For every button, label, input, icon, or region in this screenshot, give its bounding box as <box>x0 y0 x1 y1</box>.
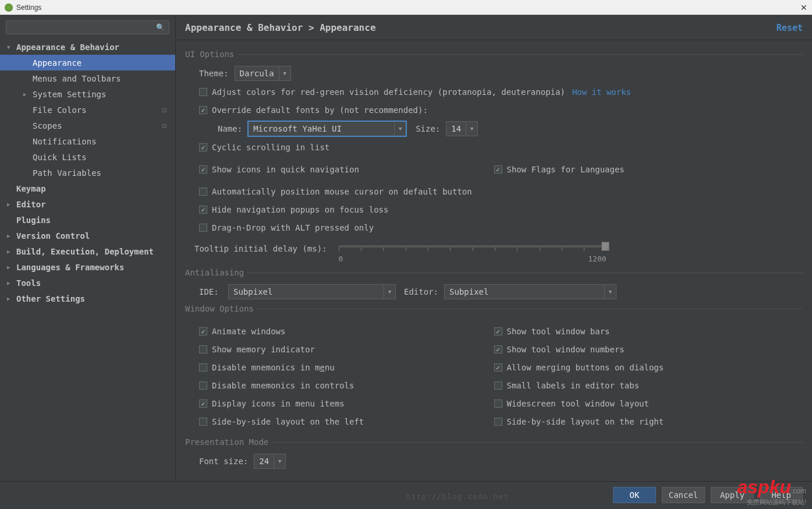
override-fonts-checkbox[interactable] <box>199 106 207 114</box>
tree-item-label: Keymap <box>16 184 46 193</box>
tree-item-path-variables[interactable]: Path Variables <box>0 165 175 181</box>
tree-item-menus-and-toolbars[interactable]: Menus and Toolbars <box>0 70 175 86</box>
search-input[interactable] <box>6 20 169 34</box>
tree-item-label: Quick Lists <box>33 153 87 162</box>
side-by-side-left-checkbox[interactable] <box>199 418 207 426</box>
tree-item-editor[interactable]: ▶Editor <box>0 196 175 212</box>
close-icon[interactable]: ✕ <box>800 3 807 12</box>
show-tool-numbers-label: Show tool window numbers <box>507 345 625 354</box>
tooltip-delay-slider[interactable]: 0 1200 <box>339 242 607 263</box>
disable-mnemonics-controls-label: Disable mnemonics in controls <box>212 381 354 390</box>
how-it-works-link[interactable]: How it works <box>572 87 631 97</box>
presentation-font-size-label: Font size: <box>199 457 248 466</box>
auto-mouse-label: Automatically position mouse cursor on d… <box>212 187 472 196</box>
tree-item-scopes[interactable]: Scopes⧉ <box>0 118 175 133</box>
cancel-button[interactable]: Cancel <box>662 487 705 503</box>
apply-button[interactable]: Apply <box>711 487 754 503</box>
aa-editor-select[interactable]: Subpixel ▼ <box>444 284 616 299</box>
cyclic-scroll-checkbox[interactable] <box>199 143 207 151</box>
theme-select[interactable]: Darcula ▼ <box>235 66 291 81</box>
show-memory-checkbox[interactable] <box>199 345 207 354</box>
widescreen-label: Widescreen tool window layout <box>507 399 649 408</box>
show-flags-checkbox[interactable] <box>494 165 502 174</box>
tree-item-label: Menus and Toolbars <box>33 74 121 83</box>
adjust-colors-label: Adjust colors for red-green vision defic… <box>212 87 565 97</box>
show-tool-numbers-checkbox[interactable] <box>494 345 502 354</box>
settings-tree: ▼Appearance & BehaviorAppearanceMenus an… <box>0 37 175 481</box>
tree-item-version-control[interactable]: ▶Version Control <box>0 228 175 243</box>
auto-mouse-checkbox[interactable] <box>199 188 207 196</box>
tree-item-label: Other Settings <box>16 294 85 303</box>
tree-item-tools[interactable]: ▶Tools <box>0 275 175 291</box>
show-icons-quicknav-label: Show icons in quick navigation <box>212 165 359 174</box>
tree-item-languages-frameworks[interactable]: ▶Languages & Frameworks <box>0 259 175 275</box>
chevron-right-icon: ▶ <box>7 249 15 254</box>
show-tool-bars-checkbox[interactable] <box>494 327 502 335</box>
allow-merging-checkbox[interactable] <box>494 363 502 372</box>
allow-merging-label: Allow merging buttons on dialogs <box>507 363 664 372</box>
side-by-side-right-label: Side-by-side layout on the right <box>507 417 664 426</box>
chevron-down-icon: ▼ <box>604 285 616 299</box>
breadcrumb-path: Appearance & Behavior > Appearance <box>185 22 376 33</box>
show-icons-quicknav-checkbox[interactable] <box>199 165 207 174</box>
drag-alt-checkbox[interactable] <box>199 224 207 232</box>
small-labels-label: Small labels in editor tabs <box>507 381 640 390</box>
section-presentation-mode: Presentation Mode <box>185 437 803 447</box>
chevron-down-icon: ▼ <box>394 122 406 136</box>
tree-item-quick-lists[interactable]: Quick Lists <box>0 149 175 165</box>
tree-item-appearance-behavior[interactable]: ▼Appearance & Behavior <box>0 39 175 55</box>
widescreen-checkbox[interactable] <box>494 400 502 408</box>
hide-popups-checkbox[interactable] <box>199 206 207 214</box>
disable-mnemonics-menu-checkbox[interactable] <box>199 363 207 372</box>
side-by-side-left-label: Side-by-side layout on the left <box>212 417 364 426</box>
drag-alt-label: Drag-n-Drop with ALT pressed only <box>212 223 374 232</box>
app-icon <box>5 3 13 12</box>
tree-item-label: File Colors <box>33 105 87 115</box>
chevron-right-icon: ▶ <box>7 233 15 239</box>
show-tool-bars-label: Show tool window bars <box>507 327 610 336</box>
ok-button[interactable]: OK <box>613 487 656 503</box>
presentation-font-size-select[interactable]: 24 ▼ <box>254 454 286 469</box>
theme-label: Theme: <box>199 69 229 78</box>
tree-item-label: Notifications <box>33 137 97 146</box>
reset-link[interactable]: Reset <box>776 23 803 33</box>
tree-item-file-colors[interactable]: File Colors⧉ <box>0 102 175 118</box>
tree-item-system-settings[interactable]: ▶System Settings <box>0 86 175 102</box>
copy-icon: ⧉ <box>162 122 167 130</box>
side-by-side-right-checkbox[interactable] <box>494 418 502 426</box>
window-title: Settings <box>16 3 41 12</box>
chevron-down-icon: ▼ <box>466 122 477 136</box>
small-labels-checkbox[interactable] <box>494 381 502 390</box>
copy-icon: ⧉ <box>162 106 167 114</box>
tree-item-label: Scopes <box>33 121 62 130</box>
animate-windows-checkbox[interactable] <box>199 327 207 335</box>
chevron-right-icon: ▶ <box>7 280 15 286</box>
disable-mnemonics-controls-checkbox[interactable] <box>199 381 207 390</box>
tree-item-other-settings[interactable]: ▶Other Settings <box>0 291 175 306</box>
help-button[interactable]: Help <box>760 487 803 503</box>
override-fonts-label: Override default fonts by (not recommend… <box>212 105 428 115</box>
tree-item-notifications[interactable]: Notifications <box>0 133 175 149</box>
tree-item-build-execution-deployment[interactable]: ▶Build, Execution, Deployment <box>0 243 175 259</box>
aa-ide-select[interactable]: Subpixel ▼ <box>228 284 396 299</box>
tooltip-max: 1200 <box>588 254 606 263</box>
tree-item-plugins[interactable]: Plugins <box>0 212 175 228</box>
tree-item-appearance[interactable]: Appearance <box>0 55 175 70</box>
tree-item-keymap[interactable]: Keymap <box>0 181 175 196</box>
display-icons-menu-label: Display icons in menu items <box>212 399 345 408</box>
adjust-colors-checkbox[interactable] <box>199 88 207 96</box>
aa-editor-label: Editor: <box>404 287 438 296</box>
sidebar: 🔍 ▼Appearance & BehaviorAppearanceMenus … <box>0 16 176 481</box>
tree-item-label: Appearance & Behavior <box>16 43 119 52</box>
tree-item-label: Appearance <box>33 58 81 68</box>
chevron-down-icon: ▼ <box>384 285 395 299</box>
font-name-select[interactable]: Microsoft YaHei UI ▼ <box>248 121 406 136</box>
font-name-label: Name: <box>218 124 242 133</box>
tree-item-label: Build, Execution, Deployment <box>16 247 154 256</box>
display-icons-menu-checkbox[interactable] <box>199 400 207 408</box>
font-size-select[interactable]: 14 ▼ <box>446 121 478 136</box>
tree-item-label: System Settings <box>33 90 106 99</box>
show-memory-label: Show memory indicator <box>212 345 315 354</box>
tree-item-label: Plugins <box>16 215 51 225</box>
chevron-down-icon: ▼ <box>279 66 290 80</box>
